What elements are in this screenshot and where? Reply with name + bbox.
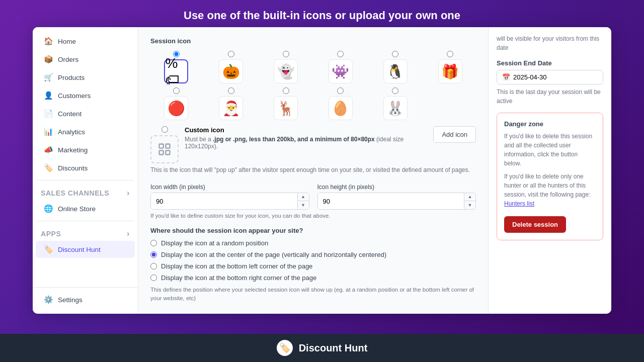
size-hint: If you'd like to define custom size for … bbox=[150, 213, 476, 219]
icon-radio-egg[interactable] bbox=[337, 87, 344, 94]
icon-option-reindeer[interactable]: 🦌 bbox=[260, 87, 312, 120]
discount-hunt-icon: 🏷️ bbox=[44, 245, 53, 254]
icon-option-egg[interactable]: 🥚 bbox=[315, 87, 367, 120]
icon-option-discount[interactable]: %🏷 bbox=[150, 51, 202, 83]
icon-option-penguin[interactable]: 🐧 bbox=[369, 51, 421, 83]
sidebar-item-marketing[interactable]: 📣 Marketing bbox=[36, 141, 135, 158]
icon-radio-pumpkin[interactable] bbox=[228, 51, 234, 57]
icon-option-santa[interactable]: 🎅 bbox=[205, 87, 257, 120]
icon-radio-custom[interactable] bbox=[162, 126, 168, 133]
icon-emoji-alien: 👾 bbox=[329, 59, 353, 83]
position-radio-bottom-left[interactable] bbox=[150, 263, 157, 269]
icon-option-bunny[interactable]: 🐰 bbox=[369, 87, 421, 120]
sidebar-item-discount-hunt[interactable]: 🏷️ Discount Hunt bbox=[36, 241, 135, 258]
bottom-bar: 🏷️ Discount Hunt bbox=[0, 334, 644, 362]
width-up-button[interactable]: ▲ bbox=[298, 193, 309, 201]
session-icon-label: Session icon bbox=[150, 37, 476, 45]
sidebar-item-settings[interactable]: ⚙️ Settings bbox=[36, 291, 135, 308]
icon-radio-bunny[interactable] bbox=[392, 87, 398, 94]
sidebar-item-label: Analytics bbox=[58, 128, 85, 136]
danger-text-2: If you'd like to delete only one hunter … bbox=[504, 172, 596, 208]
sidebar-item-analytics[interactable]: 📊 Analytics bbox=[36, 123, 135, 140]
analytics-icon: 📊 bbox=[44, 127, 53, 136]
sidebar-item-customers[interactable]: 👤 Customers bbox=[36, 87, 135, 104]
icon-emoji-penguin: 🐧 bbox=[383, 59, 408, 83]
position-center[interactable]: Display the icon at the center of the pa… bbox=[150, 251, 476, 258]
rp-end-date-label: Session End Date bbox=[497, 59, 603, 67]
online-store-icon: 🌐 bbox=[44, 204, 53, 213]
settings-icon: ⚙️ bbox=[44, 295, 53, 304]
home-icon: 🏠 bbox=[44, 37, 53, 46]
customers-icon: 👤 bbox=[44, 91, 53, 100]
position-radio-random[interactable] bbox=[150, 240, 157, 246]
position-random-label: Display the icon at a random position bbox=[161, 239, 268, 247]
delete-session-button[interactable]: Delete session bbox=[504, 216, 566, 233]
apps-label: Apps › bbox=[33, 224, 138, 240]
icon-radio-alien[interactable] bbox=[337, 51, 344, 57]
position-bottom-left[interactable]: Display the icon at the bottom left corn… bbox=[150, 262, 476, 270]
content-icon: 📄 bbox=[44, 109, 53, 118]
content-area: Session icon %🏷 🎃 👻 👾 bbox=[138, 27, 488, 314]
danger-text-1: If you'd like to delete this session and… bbox=[504, 132, 596, 168]
height-input-wrap: ▲ ▼ bbox=[317, 193, 476, 210]
icon-emoji-tag: 🔴 bbox=[164, 96, 188, 120]
sidebar-item-content[interactable]: 📄 Content bbox=[36, 105, 135, 122]
page-header: Use one of the built-in icons or upload … bbox=[0, 0, 644, 27]
page-title: Use one of the built-in icons or upload … bbox=[0, 9, 644, 22]
width-input[interactable] bbox=[151, 193, 297, 209]
icon-radio-gift[interactable] bbox=[447, 51, 453, 57]
position-section: Where should the session icon appear you… bbox=[150, 227, 476, 303]
position-radio-bottom-right[interactable] bbox=[150, 275, 157, 281]
size-row: Icon width (in pixels) ▲ ▼ Icon height (… bbox=[150, 184, 476, 210]
sidebar-item-label: Products bbox=[58, 74, 85, 81]
sidebar-item-home[interactable]: 🏠 Home bbox=[36, 33, 135, 50]
height-down-button[interactable]: ▼ bbox=[464, 201, 475, 209]
custom-icon-box bbox=[150, 135, 179, 163]
icon-radio-reindeer[interactable] bbox=[283, 87, 289, 94]
sidebar-item-label: Discounts bbox=[58, 164, 88, 172]
width-spinners: ▲ ▼ bbox=[297, 193, 309, 209]
icon-radio-santa[interactable] bbox=[228, 87, 234, 94]
hunters-list-link[interactable]: Hunters list bbox=[504, 200, 534, 207]
end-date-field[interactable]: 📅 2025-04-30 bbox=[497, 70, 603, 84]
icon-emoji-gift: 🎁 bbox=[438, 59, 462, 83]
height-input[interactable] bbox=[318, 193, 464, 209]
width-down-button[interactable]: ▼ bbox=[298, 201, 309, 209]
sidebar-item-products[interactable]: 🛒 Products bbox=[36, 69, 135, 86]
position-group-label: Where should the session icon appear you… bbox=[150, 227, 476, 234]
calendar-icon: 📅 bbox=[502, 73, 510, 81]
position-radio-center[interactable] bbox=[150, 251, 157, 258]
icon-radio-ghost[interactable] bbox=[283, 51, 289, 57]
position-bottom-right[interactable]: Display the icon at the bottom right cor… bbox=[150, 274, 476, 282]
sidebar-item-orders[interactable]: 📦 Orders bbox=[36, 51, 135, 68]
icon-radio-penguin[interactable] bbox=[392, 51, 398, 57]
custom-icon-info: Custom icon Must be a .jpg or .png, less… bbox=[185, 126, 427, 150]
svg-rect-0 bbox=[159, 144, 164, 148]
height-up-button[interactable]: ▲ bbox=[464, 193, 475, 201]
icon-option-pumpkin[interactable]: 🎃 bbox=[205, 51, 257, 83]
svg-rect-2 bbox=[159, 150, 164, 154]
position-random[interactable]: Display the icon at a random position bbox=[150, 239, 476, 247]
custom-icon-row: Custom icon Must be a .jpg or .png, less… bbox=[150, 126, 476, 163]
icon-emoji-reindeer: 🦌 bbox=[274, 96, 298, 120]
sidebar-item-discounts[interactable]: 🏷️ Discounts bbox=[36, 159, 135, 176]
sidebar-item-label: Customers bbox=[58, 92, 91, 100]
icon-emoji-bunny: 🐰 bbox=[383, 96, 408, 120]
icon-option-alien[interactable]: 👾 bbox=[315, 51, 367, 83]
icon-radio-tag[interactable] bbox=[173, 87, 180, 94]
discounts-icon: 🏷️ bbox=[44, 163, 53, 172]
marketing-icon: 📣 bbox=[44, 145, 53, 154]
settings-section: ⚙️ Settings bbox=[33, 287, 138, 309]
position-bottom-left-label: Display the icon at the bottom left corn… bbox=[161, 262, 312, 270]
sales-channels-label: Sales channels › bbox=[33, 184, 138, 200]
icon-option-tag[interactable]: 🔴 bbox=[150, 87, 202, 120]
height-label: Icon height (in pixels) bbox=[317, 184, 476, 191]
bottom-bar-icon: 🏷️ bbox=[277, 340, 293, 356]
icon-grid-row2: 🔴 🎅 🦌 🥚 🐰 bbox=[150, 87, 476, 120]
sidebar: 🏠 Home 📦 Orders 🛒 Products 👤 Customers 📄… bbox=[33, 27, 138, 314]
icon-option-gift[interactable]: 🎁 bbox=[424, 51, 476, 83]
icon-option-ghost[interactable]: 👻 bbox=[260, 51, 312, 83]
sidebar-item-online-store[interactable]: 🌐 Online Store bbox=[36, 200, 135, 217]
position-center-label: Display the icon at the center of the pa… bbox=[161, 251, 386, 258]
add-icon-button[interactable]: Add icon bbox=[433, 126, 476, 143]
